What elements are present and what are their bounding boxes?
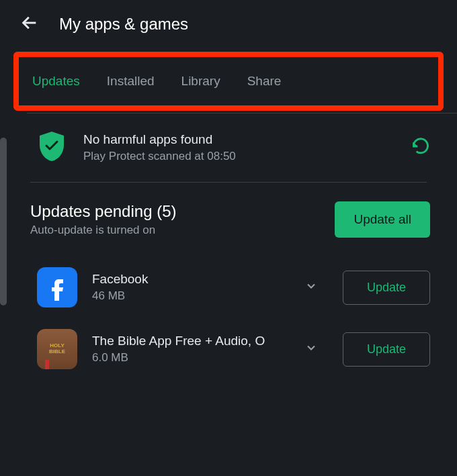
tab-library[interactable]: Library xyxy=(181,74,220,89)
app-info[interactable]: Facebook 46 MB xyxy=(92,272,290,303)
protect-subtitle: Play Protect scanned at 08:50 xyxy=(83,150,394,163)
update-button[interactable]: Update xyxy=(343,271,430,305)
auto-update-subtitle: Auto-update is turned on xyxy=(30,224,335,237)
protect-title: No harmful apps found xyxy=(83,132,394,147)
facebook-app-icon[interactable] xyxy=(37,267,77,307)
app-info[interactable]: The Bible App Free + Audio, O 6.0 MB xyxy=(92,334,290,365)
scroll-indicator[interactable] xyxy=(0,138,7,305)
page-title: My apps & games xyxy=(59,15,188,34)
app-row: HOLY BIBLE The Bible App Free + Audio, O… xyxy=(0,318,457,380)
tab-share[interactable]: Share xyxy=(247,74,282,89)
shield-check-icon xyxy=(37,130,67,165)
tabs-highlight-annotation: Updates Installed Library Share xyxy=(13,52,444,111)
chevron-down-icon[interactable] xyxy=(304,341,318,357)
updates-pending-title: Updates pending (5) xyxy=(30,202,335,221)
tab-installed[interactable]: Installed xyxy=(107,74,155,89)
tab-bar: Updates Installed Library Share xyxy=(19,64,438,99)
ribbon-decoration xyxy=(45,360,49,369)
updates-header: Updates pending (5) Auto-update is turne… xyxy=(0,183,457,256)
app-name: The Bible App Free + Audio, O xyxy=(92,334,290,348)
app-name: Facebook xyxy=(92,272,290,287)
play-protect-section: No harmful apps found Play Protect scann… xyxy=(0,113,457,182)
back-arrow-icon[interactable] xyxy=(20,13,39,35)
bible-icon-label: HOLY BIBLE xyxy=(49,343,65,355)
app-row: Facebook 46 MB Update xyxy=(0,256,457,318)
refresh-icon[interactable] xyxy=(411,137,430,158)
tab-updates[interactable]: Updates xyxy=(32,74,80,89)
chevron-down-icon[interactable] xyxy=(304,279,318,295)
app-size: 6.0 MB xyxy=(92,351,290,365)
app-size: 46 MB xyxy=(92,289,290,303)
update-button[interactable]: Update xyxy=(343,332,430,367)
bible-app-icon[interactable]: HOLY BIBLE xyxy=(37,329,77,369)
update-all-button[interactable]: Update all xyxy=(335,201,430,238)
